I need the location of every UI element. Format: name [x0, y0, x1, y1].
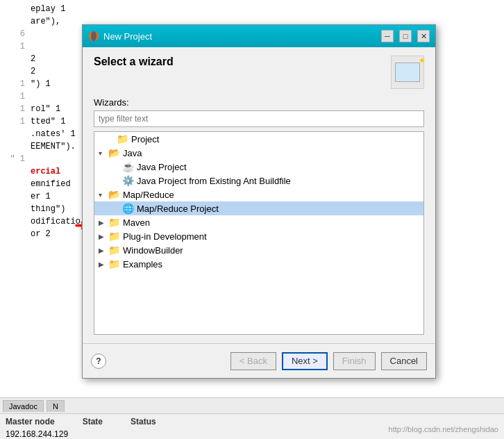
- dialog-body: Select a wizard ✦ Wizards: 📁 Project: [83, 47, 435, 343]
- finish-button[interactable]: Finish: [333, 352, 376, 370]
- n-tab[interactable]: N: [47, 400, 65, 412]
- new-project-dialog: New Project ─ □ ✕ Select a wizard ✦ Wiza…: [82, 24, 436, 379]
- tree-item-java-project[interactable]: ☕ Java Project: [94, 160, 423, 174]
- wizard-star: ✦: [418, 55, 426, 66]
- mapreduce-icon: 🌐: [122, 203, 134, 214]
- tree-item-java-ant[interactable]: ⚙️ Java Project from Existing Ant Buildf…: [94, 174, 423, 188]
- folder-icon: 📁: [108, 258, 120, 270]
- dialog-main-title: Select a wizard: [94, 56, 174, 68]
- chevron-icon: ▶: [99, 260, 107, 268]
- col-status: Status: [131, 417, 156, 426]
- col-state: State: [83, 417, 103, 426]
- col-master-node: Master node: [6, 417, 55, 426]
- folder-icon: 📂: [108, 189, 120, 200]
- tree-item-mapreduce-project[interactable]: 🌐 Map/Reduce Project: [94, 201, 423, 215]
- minimize-button[interactable]: ─: [381, 30, 394, 42]
- tree-folder-plugin[interactable]: ▶ 📁 Plug-in Development: [94, 229, 423, 243]
- item-label: Examples: [123, 259, 162, 270]
- wizards-label: Wizards:: [94, 97, 424, 108]
- project-icon: 📁: [117, 133, 128, 144]
- chevron-icon: ▾: [99, 149, 107, 157]
- item-label: Map/Reduce Project: [137, 204, 219, 214]
- item-label: Java Project from Existing Ant Buildfile: [137, 176, 291, 186]
- item-label: WindowBuilder: [123, 245, 183, 256]
- chevron-icon: ▶: [99, 219, 107, 226]
- item-label: Maven: [123, 217, 150, 228]
- next-button[interactable]: Next >: [282, 352, 328, 370]
- tree-item-project[interactable]: 📁 Project: [94, 132, 423, 146]
- folder-icon: 📁: [108, 245, 120, 256]
- tree-folder-mapreduce[interactable]: ▾ 📂 Map/Reduce: [94, 188, 423, 201]
- chevron-icon: ▾: [99, 191, 107, 199]
- status-bar-tabs: Javadoc N: [0, 398, 504, 414]
- dialog-titlebar: New Project ─ □ ✕: [83, 25, 435, 47]
- maximize-button[interactable]: □: [399, 30, 412, 42]
- watermark: http://blog.csdn.net/zhengshidao: [389, 425, 498, 433]
- chevron-icon: ▶: [99, 233, 107, 240]
- item-label: Project: [131, 134, 159, 144]
- wizard-icon: ✦: [391, 56, 424, 89]
- master-node-value: 192.168.244.129: [6, 429, 68, 439]
- cancel-button[interactable]: Cancel: [381, 352, 427, 370]
- tree-folder-java[interactable]: ▾ 📂 Java: [94, 146, 423, 160]
- help-button[interactable]: ?: [91, 354, 106, 369]
- back-button[interactable]: < Back: [230, 352, 276, 370]
- item-label: Java Project: [137, 162, 187, 172]
- item-label: Java: [123, 148, 142, 158]
- eclipse-icon: [88, 31, 99, 42]
- wizard-tree[interactable]: 📁 Project ▾ 📂 Java ☕ Java Project: [94, 131, 424, 335]
- item-label: Map/Reduce: [123, 190, 174, 200]
- folder-icon: 📁: [108, 217, 120, 228]
- folder-icon: 📂: [108, 147, 120, 158]
- dialog-title: New Project: [103, 31, 376, 42]
- ant-icon: ⚙️: [122, 175, 134, 186]
- dialog-header: Select a wizard ✦: [94, 56, 424, 89]
- filter-input[interactable]: [94, 110, 424, 127]
- item-label: Plug-in Development: [123, 231, 207, 242]
- folder-icon: 📁: [108, 231, 120, 242]
- tree-folder-windowbuilder[interactable]: ▶ 📁 WindowBuilder: [94, 243, 423, 257]
- tree-folder-maven[interactable]: ▶ 📁 Maven: [94, 215, 423, 229]
- svg-point-1: [91, 31, 96, 41]
- dialog-footer: ? < Back Next > Finish Cancel: [83, 343, 435, 378]
- javadoc-tab[interactable]: Javadoc: [3, 400, 44, 412]
- wizard-icon-inner: [395, 63, 420, 82]
- chevron-icon: ▶: [99, 247, 107, 254]
- tree-folder-examples[interactable]: ▶ 📁 Examples: [94, 257, 423, 271]
- close-button[interactable]: ✕: [417, 30, 430, 42]
- java-project-icon: ☕: [122, 161, 134, 172]
